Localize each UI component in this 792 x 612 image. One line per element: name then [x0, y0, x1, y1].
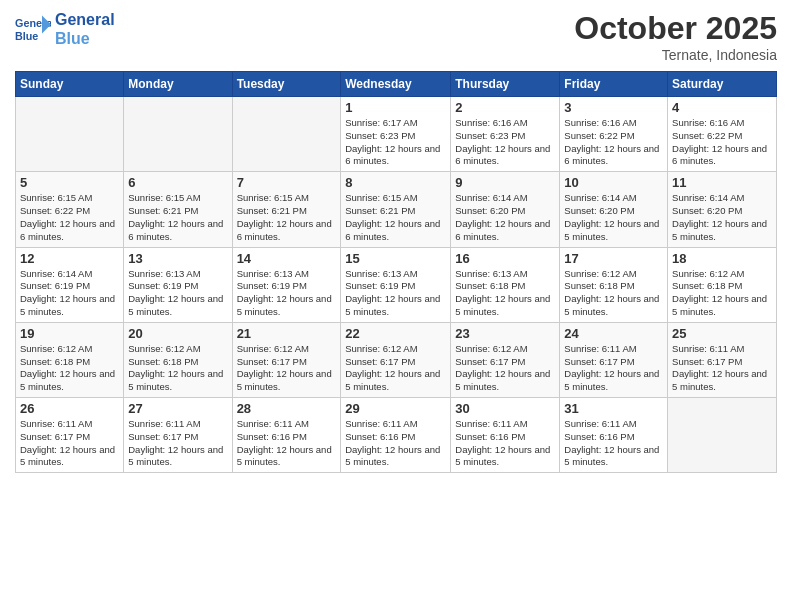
calendar-cell: 12Sunrise: 6:14 AMSunset: 6:19 PMDayligh…: [16, 247, 124, 322]
cell-info: Sunrise: 6:15 AMSunset: 6:22 PMDaylight:…: [20, 192, 119, 243]
cell-info: Sunrise: 6:14 AMSunset: 6:19 PMDaylight:…: [20, 268, 119, 319]
calendar-cell: 8Sunrise: 6:15 AMSunset: 6:21 PMDaylight…: [341, 172, 451, 247]
weekday-header-thursday: Thursday: [451, 72, 560, 97]
page: General Blue General Blue October 2025 T…: [0, 0, 792, 612]
weekday-header-friday: Friday: [560, 72, 668, 97]
calendar-cell: 24Sunrise: 6:11 AMSunset: 6:17 PMDayligh…: [560, 322, 668, 397]
calendar-cell: 18Sunrise: 6:12 AMSunset: 6:18 PMDayligh…: [668, 247, 777, 322]
day-number: 7: [237, 175, 337, 190]
svg-text:Blue: Blue: [15, 30, 38, 42]
calendar-cell: 7Sunrise: 6:15 AMSunset: 6:21 PMDaylight…: [232, 172, 341, 247]
cell-info: Sunrise: 6:11 AMSunset: 6:17 PMDaylight:…: [20, 418, 119, 469]
weekday-header-sunday: Sunday: [16, 72, 124, 97]
day-number: 12: [20, 251, 119, 266]
day-number: 24: [564, 326, 663, 341]
day-number: 21: [237, 326, 337, 341]
cell-info: Sunrise: 6:12 AMSunset: 6:17 PMDaylight:…: [237, 343, 337, 394]
calendar-cell: 6Sunrise: 6:15 AMSunset: 6:21 PMDaylight…: [124, 172, 232, 247]
day-number: 25: [672, 326, 772, 341]
day-number: 22: [345, 326, 446, 341]
cell-info: Sunrise: 6:11 AMSunset: 6:17 PMDaylight:…: [128, 418, 227, 469]
calendar-week-row: 12Sunrise: 6:14 AMSunset: 6:19 PMDayligh…: [16, 247, 777, 322]
weekday-header-monday: Monday: [124, 72, 232, 97]
weekday-header-wednesday: Wednesday: [341, 72, 451, 97]
day-number: 13: [128, 251, 227, 266]
calendar-cell: 16Sunrise: 6:13 AMSunset: 6:18 PMDayligh…: [451, 247, 560, 322]
cell-info: Sunrise: 6:11 AMSunset: 6:16 PMDaylight:…: [237, 418, 337, 469]
logo: General Blue General Blue: [15, 10, 115, 48]
cell-info: Sunrise: 6:12 AMSunset: 6:18 PMDaylight:…: [564, 268, 663, 319]
generalblue-logo-icon: General Blue: [15, 11, 51, 47]
calendar-cell: 17Sunrise: 6:12 AMSunset: 6:18 PMDayligh…: [560, 247, 668, 322]
cell-info: Sunrise: 6:12 AMSunset: 6:17 PMDaylight:…: [345, 343, 446, 394]
calendar-cell: 21Sunrise: 6:12 AMSunset: 6:17 PMDayligh…: [232, 322, 341, 397]
title-area: October 2025 Ternate, Indonesia: [574, 10, 777, 63]
logo-blue: Blue: [55, 29, 115, 48]
day-number: 29: [345, 401, 446, 416]
calendar-table: SundayMondayTuesdayWednesdayThursdayFrid…: [15, 71, 777, 473]
cell-info: Sunrise: 6:15 AMSunset: 6:21 PMDaylight:…: [128, 192, 227, 243]
calendar-cell: 4Sunrise: 6:16 AMSunset: 6:22 PMDaylight…: [668, 97, 777, 172]
logo-general: General: [55, 10, 115, 29]
day-number: 8: [345, 175, 446, 190]
cell-info: Sunrise: 6:16 AMSunset: 6:23 PMDaylight:…: [455, 117, 555, 168]
cell-info: Sunrise: 6:11 AMSunset: 6:16 PMDaylight:…: [455, 418, 555, 469]
calendar-cell: 10Sunrise: 6:14 AMSunset: 6:20 PMDayligh…: [560, 172, 668, 247]
day-number: 14: [237, 251, 337, 266]
calendar-cell: [124, 97, 232, 172]
day-number: 18: [672, 251, 772, 266]
cell-info: Sunrise: 6:13 AMSunset: 6:19 PMDaylight:…: [128, 268, 227, 319]
calendar-cell: 19Sunrise: 6:12 AMSunset: 6:18 PMDayligh…: [16, 322, 124, 397]
cell-info: Sunrise: 6:14 AMSunset: 6:20 PMDaylight:…: [672, 192, 772, 243]
cell-info: Sunrise: 6:12 AMSunset: 6:17 PMDaylight:…: [455, 343, 555, 394]
calendar-cell: 1Sunrise: 6:17 AMSunset: 6:23 PMDaylight…: [341, 97, 451, 172]
cell-info: Sunrise: 6:15 AMSunset: 6:21 PMDaylight:…: [345, 192, 446, 243]
calendar-cell: 27Sunrise: 6:11 AMSunset: 6:17 PMDayligh…: [124, 398, 232, 473]
calendar-cell: 31Sunrise: 6:11 AMSunset: 6:16 PMDayligh…: [560, 398, 668, 473]
day-number: 30: [455, 401, 555, 416]
calendar-cell: 30Sunrise: 6:11 AMSunset: 6:16 PMDayligh…: [451, 398, 560, 473]
day-number: 3: [564, 100, 663, 115]
cell-info: Sunrise: 6:14 AMSunset: 6:20 PMDaylight:…: [564, 192, 663, 243]
cell-info: Sunrise: 6:14 AMSunset: 6:20 PMDaylight:…: [455, 192, 555, 243]
day-number: 16: [455, 251, 555, 266]
day-number: 23: [455, 326, 555, 341]
calendar-week-row: 19Sunrise: 6:12 AMSunset: 6:18 PMDayligh…: [16, 322, 777, 397]
cell-info: Sunrise: 6:12 AMSunset: 6:18 PMDaylight:…: [20, 343, 119, 394]
weekday-header-saturday: Saturday: [668, 72, 777, 97]
cell-info: Sunrise: 6:13 AMSunset: 6:19 PMDaylight:…: [237, 268, 337, 319]
cell-info: Sunrise: 6:15 AMSunset: 6:21 PMDaylight:…: [237, 192, 337, 243]
calendar-week-row: 1Sunrise: 6:17 AMSunset: 6:23 PMDaylight…: [16, 97, 777, 172]
day-number: 20: [128, 326, 227, 341]
cell-info: Sunrise: 6:17 AMSunset: 6:23 PMDaylight:…: [345, 117, 446, 168]
day-number: 1: [345, 100, 446, 115]
day-number: 5: [20, 175, 119, 190]
cell-info: Sunrise: 6:13 AMSunset: 6:18 PMDaylight:…: [455, 268, 555, 319]
cell-info: Sunrise: 6:16 AMSunset: 6:22 PMDaylight:…: [564, 117, 663, 168]
calendar-header-row: SundayMondayTuesdayWednesdayThursdayFrid…: [16, 72, 777, 97]
day-number: 9: [455, 175, 555, 190]
month-title: October 2025: [574, 10, 777, 47]
cell-info: Sunrise: 6:11 AMSunset: 6:16 PMDaylight:…: [564, 418, 663, 469]
day-number: 26: [20, 401, 119, 416]
day-number: 4: [672, 100, 772, 115]
calendar-cell: 20Sunrise: 6:12 AMSunset: 6:18 PMDayligh…: [124, 322, 232, 397]
cell-info: Sunrise: 6:11 AMSunset: 6:17 PMDaylight:…: [672, 343, 772, 394]
calendar-cell: 11Sunrise: 6:14 AMSunset: 6:20 PMDayligh…: [668, 172, 777, 247]
calendar-cell: 29Sunrise: 6:11 AMSunset: 6:16 PMDayligh…: [341, 398, 451, 473]
calendar-cell: 23Sunrise: 6:12 AMSunset: 6:17 PMDayligh…: [451, 322, 560, 397]
day-number: 11: [672, 175, 772, 190]
calendar-cell: [668, 398, 777, 473]
day-number: 31: [564, 401, 663, 416]
location-subtitle: Ternate, Indonesia: [574, 47, 777, 63]
calendar-cell: [232, 97, 341, 172]
cell-info: Sunrise: 6:12 AMSunset: 6:18 PMDaylight:…: [672, 268, 772, 319]
day-number: 28: [237, 401, 337, 416]
cell-info: Sunrise: 6:16 AMSunset: 6:22 PMDaylight:…: [672, 117, 772, 168]
day-number: 27: [128, 401, 227, 416]
cell-info: Sunrise: 6:11 AMSunset: 6:17 PMDaylight:…: [564, 343, 663, 394]
calendar-cell: 15Sunrise: 6:13 AMSunset: 6:19 PMDayligh…: [341, 247, 451, 322]
cell-info: Sunrise: 6:11 AMSunset: 6:16 PMDaylight:…: [345, 418, 446, 469]
calendar-cell: 5Sunrise: 6:15 AMSunset: 6:22 PMDaylight…: [16, 172, 124, 247]
calendar-cell: 22Sunrise: 6:12 AMSunset: 6:17 PMDayligh…: [341, 322, 451, 397]
